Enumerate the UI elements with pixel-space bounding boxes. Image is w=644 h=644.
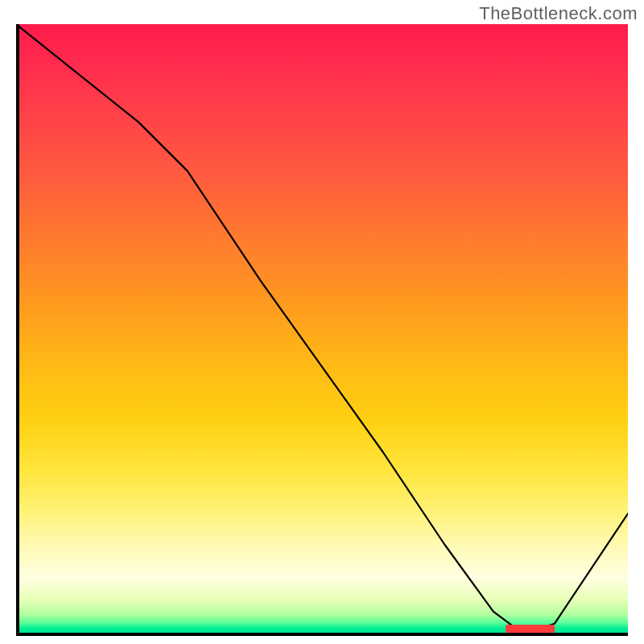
optimal-range-marker — [506, 625, 555, 633]
bottleneck-curve — [16, 24, 628, 636]
watermark-text: TheBottleneck.com — [479, 3, 638, 24]
plot-area — [16, 24, 628, 636]
chart-stage: TheBottleneck.com — [0, 0, 644, 644]
